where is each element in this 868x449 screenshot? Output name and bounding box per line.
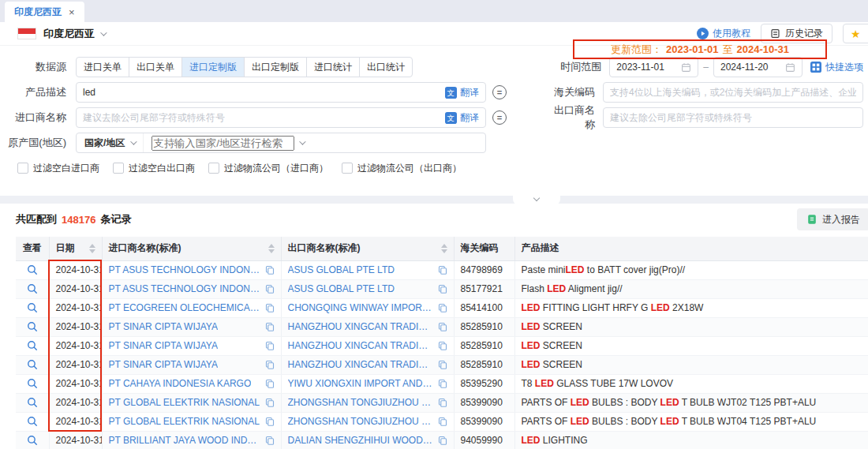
copy-icon[interactable] — [265, 322, 275, 331]
exporter-input[interactable] — [603, 107, 863, 128]
importer-link[interactable]: PT GLOBAL ELEKTRIK NASIONAL — [109, 416, 260, 427]
copy-icon[interactable] — [265, 265, 275, 275]
exporter-link[interactable]: HANGZHOU XINGCAN TRADING CO LTD — [288, 321, 433, 332]
view-search-icon[interactable] — [27, 264, 38, 275]
exporter-link[interactable]: YIWU XIONGXIN IMPORT AND EXPORT... — [288, 378, 433, 389]
data-source-tab[interactable]: 进口关单 — [76, 57, 129, 77]
view-cell[interactable] — [16, 412, 49, 431]
data-source-tab[interactable]: 进口定制版 — [181, 57, 245, 77]
importer-link[interactable]: PT ASUS TECHNOLOGY INDONESIA BA... — [109, 264, 260, 275]
view-cell[interactable] — [16, 393, 49, 412]
exporter-link[interactable]: ZHONGSHAN TONGJIUZHOU INTERNA... — [288, 416, 433, 427]
filter-checkbox-item[interactable]: 过滤物流公司（进口商） — [208, 162, 328, 175]
view-search-icon[interactable] — [27, 416, 38, 427]
sort-icon[interactable] — [268, 244, 275, 253]
copy-icon[interactable] — [265, 284, 275, 294]
view-cell[interactable] — [16, 317, 49, 336]
view-search-icon[interactable] — [27, 397, 38, 408]
copy-icon[interactable] — [438, 265, 447, 275]
copy-icon[interactable] — [438, 436, 447, 445]
date-end-input[interactable] — [713, 57, 803, 77]
enter-report-button[interactable]: 进入报告 — [797, 208, 868, 230]
checkbox-icon[interactable] — [17, 163, 28, 174]
exporter-link[interactable]: CHONGQING WINWAY IMPORT AND E... — [288, 302, 433, 313]
view-search-icon[interactable] — [27, 321, 38, 332]
copy-icon[interactable] — [265, 341, 275, 350]
tab-indonesia[interactable]: 印度尼西亚 × — [5, 2, 84, 22]
filter-checkbox-item[interactable]: 过滤空白进口商 — [17, 162, 99, 175]
copy-icon[interactable] — [438, 322, 447, 331]
sort-icon[interactable] — [441, 244, 447, 253]
importer-link[interactable]: PT SINAR CIPTA WIJAYA — [109, 359, 218, 370]
column-header[interactable]: 进口商名称(标准) — [102, 237, 281, 260]
product-desc-value[interactable] — [83, 87, 440, 98]
copy-icon[interactable] — [265, 360, 275, 369]
copy-icon[interactable] — [438, 303, 447, 312]
importer-link[interactable]: PT SINAR CIPTA WIJAYA — [109, 340, 218, 351]
view-cell[interactable] — [16, 260, 49, 279]
copy-icon[interactable] — [265, 436, 275, 445]
date-end-value[interactable] — [720, 62, 780, 73]
tutorial-link[interactable]: 使用教程 — [697, 27, 750, 40]
close-icon[interactable]: × — [69, 7, 75, 17]
importer-link[interactable]: PT GLOBAL ELEKTRIK NASIONAL — [109, 397, 260, 408]
translate-button[interactable]: 文 翻译 — [445, 86, 479, 99]
filter-checkbox-item[interactable]: 过滤物流公司（出口商） — [342, 162, 462, 175]
view-search-icon[interactable] — [27, 302, 38, 313]
checkbox-icon[interactable] — [113, 163, 124, 174]
copy-icon[interactable] — [265, 379, 275, 388]
checkbox-icon[interactable] — [208, 163, 219, 174]
copy-icon[interactable] — [438, 417, 447, 426]
hs-code-input[interactable] — [603, 82, 863, 103]
exporter-link[interactable]: ASUS GLOBAL PTE LTD — [288, 264, 395, 275]
view-search-icon[interactable] — [27, 359, 38, 370]
checkbox-icon[interactable] — [342, 163, 353, 174]
origin-search-input[interactable] — [144, 133, 485, 152]
view-cell[interactable] — [16, 298, 49, 317]
column-header[interactable]: 出口商名称(标准) — [281, 237, 454, 260]
view-cell[interactable] — [16, 355, 49, 374]
data-source-tab[interactable]: 出口定制版 — [244, 57, 307, 77]
data-source-tab[interactable]: 进口统计 — [306, 57, 360, 77]
importer-link[interactable]: PT ECOGREEN OLEOCHEMICALS — [109, 302, 260, 313]
importer-link[interactable]: PT ASUS TECHNOLOGY INDONESIA BA... — [109, 283, 260, 294]
filter-checkbox-item[interactable]: 过滤空白出口商 — [113, 162, 195, 175]
copy-icon[interactable] — [265, 398, 275, 407]
chevron-down-icon[interactable] — [100, 29, 107, 36]
exclude-filter-icon[interactable]: = — [492, 110, 507, 125]
view-cell[interactable] — [16, 336, 49, 355]
date-start-value[interactable] — [616, 62, 676, 73]
importer-link[interactable]: PT BRILLIANT JAYA WOOD INDUSTRY — [109, 435, 260, 446]
exporter-link[interactable]: ASUS GLOBAL PTE LTD — [288, 283, 395, 294]
exporter-field[interactable] — [610, 112, 856, 123]
view-search-icon[interactable] — [27, 435, 38, 446]
origin-search-field[interactable] — [152, 136, 294, 151]
date-start-input[interactable] — [609, 57, 698, 77]
view-cell[interactable] — [16, 431, 49, 449]
importer-input[interactable]: 文 翻译 — [76, 107, 486, 128]
copy-icon[interactable] — [438, 398, 447, 407]
exporter-link[interactable]: HANGZHOU XINGCAN TRADING CO LTD — [288, 359, 433, 370]
copy-icon[interactable] — [438, 379, 447, 388]
collapse-form-handle[interactable] — [513, 195, 560, 206]
product-desc-input[interactable]: 文 翻译 — [76, 82, 486, 103]
importer-link[interactable]: PT CAHAYA INDONESIA KARGO — [109, 378, 252, 389]
origin-country-select[interactable]: 国家/地区 — [77, 133, 144, 152]
importer-link[interactable]: PT SINAR CIPTA WIJAYA — [109, 321, 218, 332]
column-header[interactable]: 日期 — [49, 237, 102, 260]
exclude-filter-icon[interactable]: = — [492, 85, 507, 99]
exporter-link[interactable]: DALIAN SHENGZHIHUI WOOD INDUST... — [288, 435, 433, 446]
data-source-tab[interactable]: 出口统计 — [359, 57, 413, 77]
copy-icon[interactable] — [438, 360, 447, 369]
copy-icon[interactable] — [438, 284, 447, 294]
view-search-icon[interactable] — [27, 283, 38, 294]
importer-field[interactable] — [83, 112, 440, 123]
view-cell[interactable] — [16, 374, 49, 393]
favorite-button[interactable]: ★ — [843, 24, 868, 43]
translate-button[interactable]: 文 翻译 — [445, 111, 479, 125]
exporter-link[interactable]: ZHONGSHAN TONGJIUZHOU INTERNA... — [288, 397, 433, 408]
copy-icon[interactable] — [265, 417, 275, 426]
copy-icon[interactable] — [438, 341, 447, 350]
data-source-tab[interactable]: 出口关单 — [129, 57, 182, 77]
sort-icon[interactable] — [89, 244, 95, 253]
